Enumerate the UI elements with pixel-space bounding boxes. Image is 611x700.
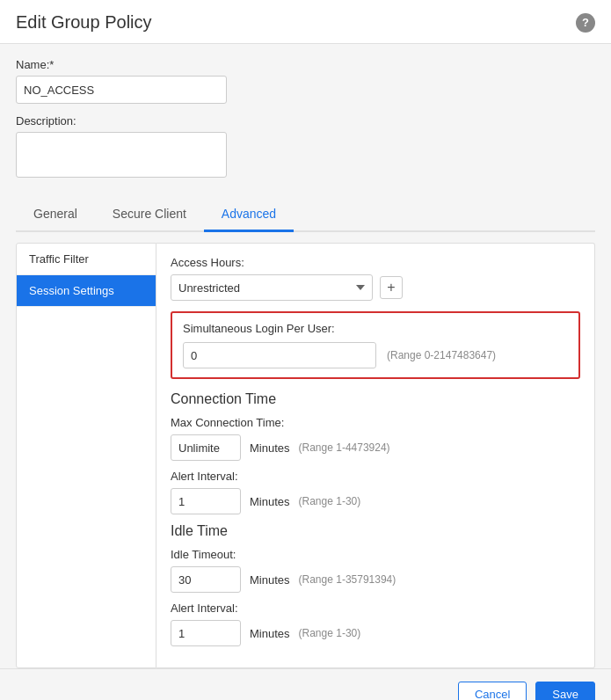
idle-timeout-label: Idle Timeout: — [171, 548, 580, 561]
idle-timeout-row: Minutes (Range 1-35791394) — [171, 566, 580, 593]
description-label: Description: — [16, 114, 595, 128]
idle-timeout-input[interactable] — [171, 566, 241, 593]
main-panel: Access Hours: Unrestricted + Simultaneou… — [156, 243, 595, 668]
simultaneous-login-label: Simultaneous Login Per User: — [183, 322, 568, 335]
sidebar: Traffic Filter Session Settings — [16, 243, 156, 668]
connection-time-title: Connection Time — [171, 391, 580, 407]
add-access-hours-button[interactable]: + — [380, 276, 403, 299]
max-connection-range: (Range 1-4473924) — [299, 441, 390, 454]
modal-footer: Cancel Save — [0, 668, 611, 700]
connection-alert-unit: Minutes — [250, 495, 290, 508]
connection-alert-input[interactable] — [171, 488, 241, 514]
name-field-group: Name:* — [16, 58, 595, 104]
simultaneous-login-row: (Range 0-2147483647) — [183, 342, 568, 368]
save-button[interactable]: Save — [535, 682, 595, 700]
access-hours-row: Unrestricted + — [171, 274, 580, 301]
connection-alert-label: Alert Interval: — [171, 470, 580, 483]
simultaneous-login-section: Simultaneous Login Per User: (Range 0-21… — [171, 311, 580, 379]
connection-alert-row: Minutes (Range 1-30) — [171, 488, 580, 514]
tab-general[interactable]: General — [16, 200, 95, 232]
idle-alert-range: (Range 1-30) — [299, 627, 361, 639]
page-title: Edit Group Policy — [16, 12, 152, 33]
description-input[interactable] — [16, 132, 227, 178]
idle-time-title: Idle Time — [171, 523, 580, 539]
tabs-bar: General Secure Client Advanced — [16, 200, 595, 232]
cancel-button[interactable]: Cancel — [458, 682, 527, 700]
name-label: Name:* — [16, 58, 595, 71]
help-icon[interactable]: ? — [576, 13, 595, 33]
tab-advanced[interactable]: Advanced — [204, 200, 294, 232]
sidebar-item-traffic-filter[interactable]: Traffic Filter — [17, 244, 156, 275]
simultaneous-login-range: (Range 0-2147483647) — [387, 349, 496, 361]
name-input[interactable] — [16, 76, 227, 104]
modal-header: Edit Group Policy ? — [0, 0, 611, 44]
content-area: Traffic Filter Session Settings Access H… — [16, 243, 595, 668]
max-connection-label: Max Connection Time: — [171, 416, 580, 429]
access-hours-label: Access Hours: — [171, 256, 580, 269]
idle-alert-row: Minutes (Range 1-30) — [171, 620, 580, 646]
idle-alert-unit: Minutes — [250, 627, 290, 640]
idle-alert-input[interactable] — [171, 620, 241, 646]
description-field-group: Description: — [16, 114, 595, 180]
modal-body: Name:* Description: General Secure Clien… — [0, 44, 611, 668]
sidebar-item-session-settings[interactable]: Session Settings — [17, 275, 156, 307]
idle-alert-label: Alert Interval: — [171, 602, 580, 615]
tab-secure-client[interactable]: Secure Client — [95, 200, 204, 232]
max-connection-input[interactable] — [171, 434, 241, 461]
connection-alert-range: (Range 1-30) — [299, 495, 361, 507]
modal: Edit Group Policy ? Name:* Description: … — [0, 0, 611, 700]
simultaneous-login-input[interactable] — [183, 342, 376, 368]
idle-timeout-unit: Minutes — [250, 573, 290, 587]
max-connection-row: Minutes (Range 1-4473924) — [171, 434, 580, 461]
idle-timeout-range: (Range 1-35791394) — [299, 573, 396, 586]
access-hours-dropdown[interactable]: Unrestricted — [171, 274, 373, 301]
max-connection-unit: Minutes — [250, 441, 290, 455]
